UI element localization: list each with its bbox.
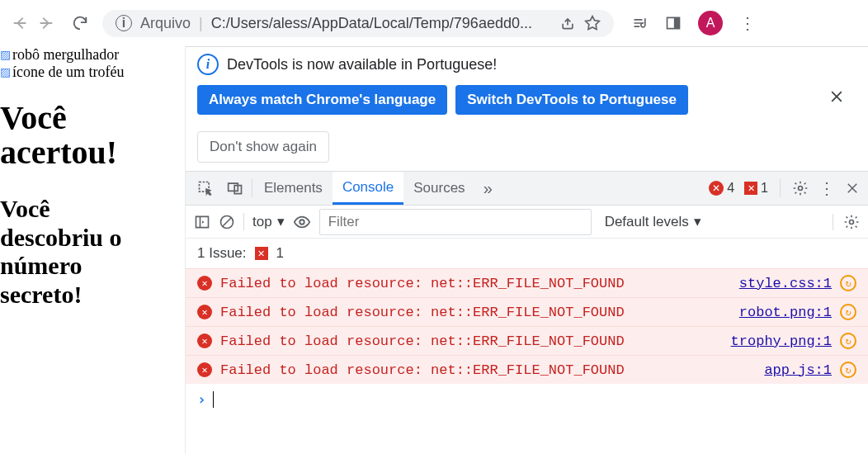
bookmark-star-icon[interactable] <box>584 15 601 31</box>
webpage-content: ▨ robô mergulhador ▨ ícone de um troféu … <box>0 46 185 454</box>
console-log-list: ✕ Failed to load resource: net::ERR_FILE… <box>186 268 868 384</box>
console-sidebar-toggle-icon[interactable] <box>194 214 210 230</box>
switch-language-button[interactable]: Switch DevTools to Portuguese <box>455 85 688 115</box>
devtools-menu-icon[interactable]: ⋮ <box>818 178 835 198</box>
live-expression-icon[interactable] <box>293 213 311 231</box>
nav-back-icon[interactable] <box>12 14 30 32</box>
chevron-down-icon: ▾ <box>694 213 701 230</box>
language-banner: i DevTools is now available in Portugues… <box>186 47 868 171</box>
error-circle-icon: ✕ <box>709 181 724 196</box>
nav-forward-icon[interactable] <box>36 14 54 32</box>
prompt-chevron-icon: › <box>197 390 206 408</box>
error-icon: ✕ <box>197 362 212 377</box>
navigation-indicator-icon: ↻ <box>840 275 856 291</box>
execution-context-select[interactable]: top ▾ <box>243 213 285 230</box>
settings-gear-icon[interactable] <box>792 180 809 196</box>
error-icon: ✕ <box>197 305 212 319</box>
navigation-indicator-icon: ↻ <box>840 304 856 320</box>
text-caret <box>213 391 214 408</box>
more-tabs-icon[interactable]: » <box>475 179 498 198</box>
broken-image-alt: robô mergulhador <box>12 46 119 64</box>
broken-image-alt: ícone de um troféu <box>12 64 124 81</box>
tab-console[interactable]: Console <box>333 172 403 205</box>
clear-console-icon[interactable] <box>219 214 235 230</box>
page-heading: Vocêacertou! <box>0 101 185 170</box>
page-subheading: Vocêdescobriu onúmerosecreto! <box>0 195 185 309</box>
sidepanel-icon[interactable] <box>665 15 682 31</box>
console-error-row[interactable]: ✕ Failed to load resource: net::ERR_FILE… <box>186 355 868 384</box>
device-toolbar-icon[interactable] <box>220 172 250 205</box>
error-source-link[interactable]: trophy.png:1 <box>731 333 832 349</box>
share-icon[interactable] <box>559 15 576 31</box>
issue-square-icon: ✕ <box>744 182 757 195</box>
info-icon: i <box>197 54 219 75</box>
issue-square-icon: ✕ <box>255 247 268 260</box>
console-filter-input[interactable] <box>319 209 592 235</box>
devtools-close-icon[interactable] <box>845 181 860 196</box>
error-icon: ✕ <box>197 276 212 291</box>
url-divider: | <box>199 15 203 32</box>
browser-toolbar: i Arquivo | C:/Users/aless/AppData/Local… <box>0 0 868 46</box>
tab-elements[interactable]: Elements <box>254 172 333 205</box>
reload-icon[interactable] <box>71 14 89 32</box>
console-settings-icon[interactable] <box>833 214 860 230</box>
console-error-row[interactable]: ✕ Failed to load resource: net::ERR_FILE… <box>186 326 868 355</box>
broken-image-icon: ▨ <box>0 48 11 62</box>
error-source-link[interactable]: robot.png:1 <box>739 305 832 320</box>
error-icon: ✕ <box>197 333 212 348</box>
navigation-indicator-icon: ↻ <box>840 362 856 378</box>
url-text: C:/Users/aless/AppData/Local/Temp/796aed… <box>211 15 532 32</box>
address-bar[interactable]: i Arquivo | C:/Users/aless/AppData/Local… <box>102 10 614 37</box>
close-icon[interactable] <box>822 85 851 108</box>
error-source-link[interactable]: app.js:1 <box>764 362 832 378</box>
log-levels-select[interactable]: Default levels ▾ <box>605 213 701 230</box>
devtools-panel: i DevTools is now available in Portugues… <box>185 46 868 454</box>
profile-avatar[interactable]: A <box>698 11 723 35</box>
navigation-indicator-icon: ↻ <box>840 333 856 349</box>
issues-summary[interactable]: 1 Issue: ✕ 1 <box>186 239 868 268</box>
svg-point-3 <box>850 220 854 224</box>
browser-menu-icon[interactable]: ⋮ <box>739 13 756 33</box>
console-toolbar: top ▾ Default levels ▾ <box>186 206 868 239</box>
console-error-row[interactable]: ✕ Failed to load resource: net::ERR_FILE… <box>186 268 868 297</box>
error-source-link[interactable]: style.css:1 <box>739 276 832 291</box>
dismiss-button[interactable]: Don't show again <box>197 131 329 163</box>
console-error-row[interactable]: ✕ Failed to load resource: net::ERR_FILE… <box>186 297 868 326</box>
svg-point-0 <box>799 187 803 191</box>
toolbar-right-icons: A ⋮ <box>632 11 756 35</box>
inspect-element-icon[interactable] <box>191 172 220 205</box>
broken-image-1: ▨ robô mergulhador <box>0 46 185 64</box>
devtools-tabbar: Elements Console Sources » ✕ 4 ✕ 1 ⋮ <box>186 171 868 206</box>
error-badge[interactable]: ✕ 4 <box>709 181 734 196</box>
chevron-down-icon: ▾ <box>277 213 285 230</box>
console-prompt[interactable]: › <box>186 384 868 414</box>
url-scheme-label: Arquivo <box>140 15 191 32</box>
media-controls-icon[interactable] <box>632 15 649 31</box>
svg-point-2 <box>300 220 304 225</box>
always-match-button[interactable]: Always match Chrome's language <box>197 85 447 115</box>
banner-message: DevTools is now available in Portuguese! <box>227 56 497 73</box>
issues-badge[interactable]: ✕ 1 <box>744 181 768 196</box>
tab-sources[interactable]: Sources <box>403 172 474 205</box>
broken-image-2: ▨ ícone de um troféu <box>0 64 185 81</box>
site-info-icon[interactable]: i <box>116 15 132 31</box>
broken-image-icon: ▨ <box>0 65 11 79</box>
